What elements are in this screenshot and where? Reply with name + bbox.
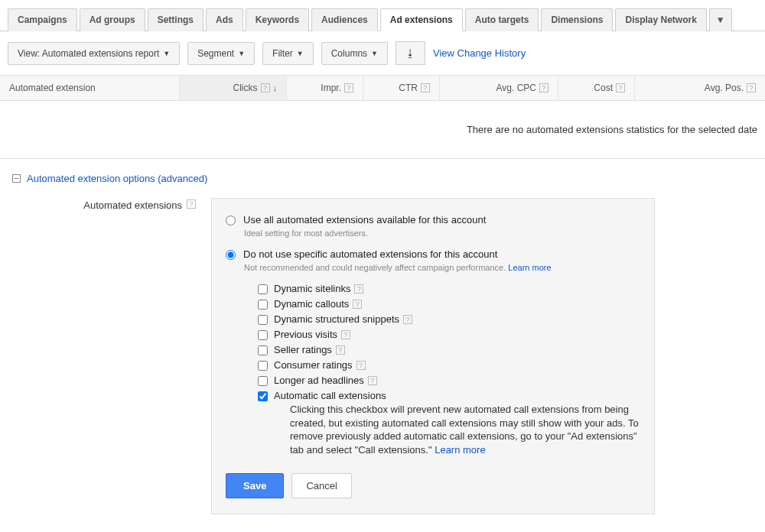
checkbox-desc: Clicking this checkbox will prevent new … <box>290 403 640 456</box>
tab-overflow[interactable]: ▼ <box>709 8 732 31</box>
tab-keywords[interactable]: Keywords <box>246 8 309 31</box>
learn-more-link[interactable]: Learn more <box>435 444 485 456</box>
radio-use-all-sub: Ideal setting for most advertisers. <box>244 229 640 238</box>
tab-settings[interactable]: Settings <box>148 8 203 31</box>
help-icon[interactable]: ? <box>368 376 377 385</box>
checkbox-row: Dynamic callouts? <box>258 298 640 310</box>
toolbar: View: Automated extensions report▼ Segme… <box>0 31 765 76</box>
columns-dropdown[interactable]: Columns▼ <box>321 42 388 65</box>
radio-use-all[interactable] <box>226 216 236 225</box>
view-change-history-link[interactable]: View Change History <box>433 47 526 59</box>
radio-do-not-use[interactable] <box>226 250 236 260</box>
tab-display-network[interactable]: Display Network <box>615 8 706 31</box>
radio-do-not-use-sub: Not recommended and could negatively aff… <box>244 263 640 272</box>
help-icon[interactable]: ? <box>353 300 362 309</box>
checkbox-label: Longer ad headlines? <box>274 375 640 386</box>
collapse-icon[interactable]: − <box>12 174 21 183</box>
checkbox-label: Dynamic callouts? <box>274 298 640 310</box>
tab-ad-extensions[interactable]: Ad extensions <box>380 8 463 31</box>
checkbox-row: Seller ratings? <box>258 344 640 355</box>
chevron-down-icon: ▼ <box>371 50 378 57</box>
checkbox-label: Previous visits? <box>274 329 640 340</box>
options-panel: Use all automated extensions available f… <box>211 198 655 514</box>
col-clicks[interactable]: Clicks?↓ <box>180 76 287 100</box>
table-header: Automated extension Clicks?↓ Impr.? CTR?… <box>0 76 765 101</box>
help-icon[interactable]: ? <box>344 83 353 92</box>
automated-extensions-label: Automated extensions ? <box>12 198 196 514</box>
tab-audiences[interactable]: Audiences <box>311 8 378 31</box>
main-tabs: CampaignsAd groupsSettingsAdsKeywordsAud… <box>0 0 765 31</box>
filter-dropdown[interactable]: Filter▼ <box>262 42 314 65</box>
tab-auto-targets[interactable]: Auto targets <box>465 8 539 31</box>
col-automated-extension[interactable]: Automated extension <box>0 76 180 100</box>
advanced-section: − Automated extension options (advanced)… <box>0 159 765 528</box>
sort-desc-icon: ↓ <box>273 83 278 92</box>
help-icon[interactable]: ? <box>336 345 345 355</box>
learn-more-link[interactable]: Learn more <box>508 263 551 272</box>
col-impr[interactable]: Impr.? <box>287 76 363 100</box>
col-ctr[interactable]: CTR? <box>363 76 440 100</box>
empty-state-text: There are no automated extensions statis… <box>0 101 765 159</box>
col-cost[interactable]: Cost? <box>558 76 635 100</box>
checkbox-previous-visits[interactable] <box>258 330 268 340</box>
checkbox-dynamic-callouts[interactable] <box>258 300 268 310</box>
help-icon[interactable]: ? <box>403 315 412 324</box>
segment-dropdown[interactable]: Segment▼ <box>187 42 255 65</box>
chevron-down-icon: ▼ <box>297 50 304 57</box>
checkbox-label: Dynamic sitelinks? <box>274 283 640 294</box>
cancel-button[interactable]: Cancel <box>291 473 351 498</box>
checkbox-dynamic-sitelinks[interactable] <box>258 284 268 294</box>
help-icon[interactable]: ? <box>747 83 756 92</box>
checkbox-row: Dynamic sitelinks? <box>258 283 640 294</box>
checkbox-list: Dynamic sitelinks?Dynamic callouts?Dynam… <box>258 283 640 456</box>
chevron-down-icon: ▼ <box>238 50 245 57</box>
checkbox-dynamic-structured-snippets[interactable] <box>258 315 268 325</box>
checkbox-row: Longer ad headlines? <box>258 375 640 386</box>
checkbox-row: Consumer ratings? <box>258 359 640 371</box>
checkbox-automatic-call-extensions[interactable] <box>258 391 268 401</box>
checkbox-row: Previous visits? <box>258 329 640 340</box>
radio-use-all-label: Use all automated extensions available f… <box>243 214 486 225</box>
save-button[interactable]: Save <box>226 473 284 498</box>
tab-campaigns[interactable]: Campaigns <box>8 8 77 31</box>
help-icon[interactable]: ? <box>421 83 430 92</box>
checkbox-label: Consumer ratings? <box>274 359 640 371</box>
help-icon[interactable]: ? <box>539 83 549 92</box>
tab-ad-groups[interactable]: Ad groups <box>80 8 145 31</box>
help-icon[interactable]: ? <box>187 200 196 209</box>
checkbox-row: Dynamic structured snippets? <box>258 313 640 325</box>
checkbox-label: Dynamic structured snippets? <box>274 313 640 325</box>
checkbox-label: Automatic call extensions <box>274 390 640 401</box>
tab-dimensions[interactable]: Dimensions <box>541 8 613 31</box>
radio-do-not-use-label: Do not use specific automated extensions… <box>243 248 497 260</box>
help-icon[interactable]: ? <box>261 83 270 92</box>
help-icon[interactable]: ? <box>356 361 366 370</box>
help-icon[interactable]: ? <box>341 330 350 339</box>
checkbox-consumer-ratings[interactable] <box>258 361 268 371</box>
col-avg-cpc[interactable]: Avg. CPC? <box>440 76 558 100</box>
checkbox-longer-ad-headlines[interactable] <box>258 376 268 386</box>
help-icon[interactable]: ? <box>354 284 363 294</box>
download-icon: ⭳ <box>405 47 415 59</box>
view-dropdown[interactable]: View: Automated extensions report▼ <box>8 42 180 65</box>
checkbox-label: Seller ratings? <box>274 344 640 355</box>
checkbox-seller-ratings[interactable] <box>258 345 268 355</box>
tab-ads[interactable]: Ads <box>206 8 243 31</box>
help-icon[interactable]: ? <box>616 83 625 92</box>
download-button[interactable]: ⭳ <box>396 41 425 65</box>
chevron-down-icon: ▼ <box>163 50 170 57</box>
advanced-options-link[interactable]: Automated extension options (advanced) <box>27 173 207 184</box>
checkbox-row: Automatic call extensionsClicking this c… <box>258 390 640 456</box>
chevron-down-icon: ▼ <box>716 15 725 25</box>
col-avg-pos[interactable]: Avg. Pos.? <box>635 76 765 100</box>
